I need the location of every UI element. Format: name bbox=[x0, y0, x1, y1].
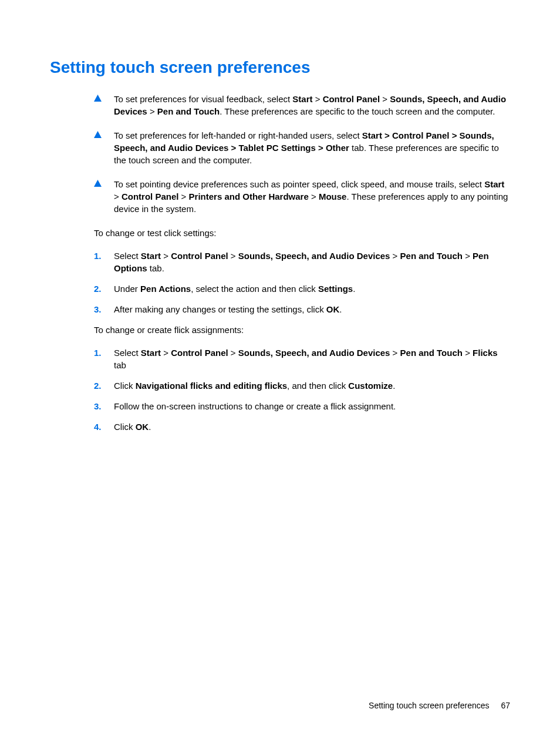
list-item: 2. Click Navigational flicks and editing… bbox=[94, 379, 510, 392]
step-number: 1. bbox=[94, 347, 114, 359]
step-text: Click Navigational flicks and editing fl… bbox=[114, 379, 510, 392]
list-item: 2. Under Pen Actions, select the action … bbox=[94, 283, 510, 295]
page-heading: Setting touch screen preferences bbox=[50, 56, 510, 79]
bullet-item: To set preferences for visual feedback, … bbox=[94, 93, 510, 117]
list-item: 1. Select Start > Control Panel > Sounds… bbox=[94, 347, 510, 371]
page-number: 67 bbox=[501, 701, 510, 710]
step-number: 3. bbox=[94, 303, 114, 315]
svg-marker-0 bbox=[94, 95, 102, 102]
bullet-item: To set pointing device preferences such … bbox=[94, 178, 510, 215]
triangle-bullet-icon bbox=[94, 129, 114, 138]
step-text: After making any changes or testing the … bbox=[114, 303, 510, 315]
step-number: 3. bbox=[94, 400, 114, 412]
svg-marker-1 bbox=[94, 131, 102, 138]
section-intro: To change or test click settings: bbox=[94, 227, 510, 239]
footer-label: Setting touch screen preferences bbox=[369, 701, 489, 710]
svg-marker-2 bbox=[94, 180, 102, 187]
step-number: 1. bbox=[94, 250, 114, 262]
bullet-text: To set preferences for visual feedback, … bbox=[114, 93, 510, 117]
step-number: 2. bbox=[94, 379, 114, 392]
section-intro: To change or create flick assignments: bbox=[94, 324, 510, 336]
bullet-text: To set pointing device preferences such … bbox=[114, 178, 510, 215]
triangle-bullet-icon bbox=[94, 178, 114, 187]
page-content: To set preferences for visual feedback, … bbox=[94, 93, 510, 433]
step-text: Under Pen Actions, select the action and… bbox=[114, 283, 510, 295]
step-number: 2. bbox=[94, 283, 114, 295]
triangle-bullet-icon bbox=[94, 93, 114, 102]
step-text: Click OK. bbox=[114, 421, 510, 433]
list-item: 1. Select Start > Control Panel > Sounds… bbox=[94, 250, 510, 274]
list-item: 3. After making any changes or testing t… bbox=[94, 303, 510, 315]
page-footer: Setting touch screen preferences 67 bbox=[369, 700, 510, 712]
list-item: 3. Follow the on-screen instructions to … bbox=[94, 400, 510, 412]
bullet-item: To set preferences for left-handed or ri… bbox=[94, 129, 510, 166]
step-text: Follow the on-screen instructions to cha… bbox=[114, 400, 510, 412]
step-number: 4. bbox=[94, 421, 114, 433]
step-text: Select Start > Control Panel > Sounds, S… bbox=[114, 347, 510, 371]
list-item: 4. Click OK. bbox=[94, 421, 510, 433]
step-text: Select Start > Control Panel > Sounds, S… bbox=[114, 250, 510, 274]
bullet-text: To set preferences for left-handed or ri… bbox=[114, 129, 510, 166]
